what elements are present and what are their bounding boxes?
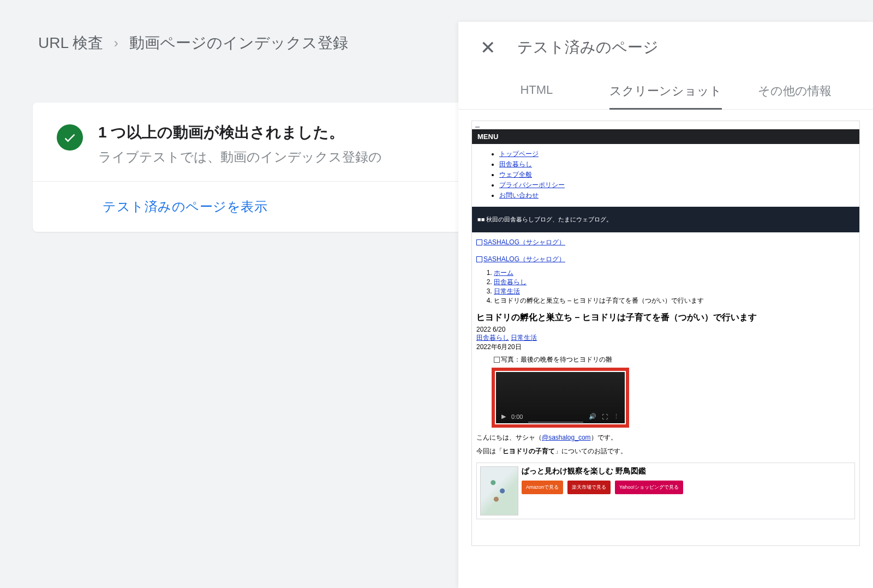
preview-nav-link[interactable]: プライバシーポリシー	[499, 181, 565, 189]
preview-nav-list: トップページ 田舎暮らし ウェブ全般 プライバシーポリシー お問い合わせ	[472, 144, 859, 207]
breadcrumb-item-inspect[interactable]: URL 検査	[38, 33, 103, 53]
buy-yahoo-button[interactable]: Yahoo!ショッピングで見る	[615, 481, 683, 494]
image-placeholder-icon	[476, 256, 482, 262]
preview-nav-link[interactable]: 田舎暮らし	[499, 160, 532, 168]
preview-crumb-link[interactable]: ホーム	[494, 269, 513, 277]
page-screenshot-preview: MENU トップページ 田舎暮らし ウェブ全般 プライバシーポリシー お問い合わ…	[471, 121, 860, 546]
more-icon[interactable]: ⋮	[613, 413, 619, 420]
preview-article-title: ヒヨドリの孵化と巣立ち – ヒヨドリは子育てを番（つがい）で行います	[472, 308, 859, 326]
tested-page-panel: ✕ テスト済みのページ HTML スクリーンショット その他の情報 MENU ト…	[458, 22, 873, 588]
volume-icon[interactable]: 🔊	[589, 413, 596, 420]
checkmark-icon	[57, 124, 83, 151]
preview-site-link[interactable]: SASHALOG（サシャログ）	[476, 255, 565, 264]
preview-intro-text: こんにちは、サシャ（	[476, 434, 542, 441]
book-cover-icon	[480, 466, 518, 515]
preview-category-link[interactable]: 日常生活	[511, 334, 537, 341]
preview-menu-bar: MENU	[472, 129, 859, 144]
tab-other-info[interactable]: その他の情報	[733, 73, 857, 109]
status-title: 1 つ以上の動画が検出されました。	[98, 122, 382, 143]
buy-amazon-button[interactable]: Amazonで見る	[522, 481, 563, 494]
preview-date-full: 2022年6月20日	[472, 343, 859, 352]
close-icon[interactable]: ✕	[480, 38, 495, 57]
play-icon[interactable]: ▶	[501, 413, 506, 420]
preview-author-link[interactable]: @sashalog_com	[542, 434, 591, 441]
preview-crumb-link[interactable]: 田舎暮らし	[494, 278, 527, 286]
preview-nav-link[interactable]: トップページ	[499, 150, 539, 158]
video-progress-bar[interactable]	[528, 422, 583, 423]
preview-product-card: ぱっと見わけ観察を楽しむ 野鳥図鑑 Amazonで見る 楽天市場で見る Yaho…	[476, 463, 855, 519]
buy-rakuten-button[interactable]: 楽天市場で見る	[567, 481, 611, 494]
status-subtitle: ライブテストでは、動画のインデックス登録の	[98, 148, 382, 166]
view-tested-page-link[interactable]: テスト済みのページを表示	[103, 199, 267, 214]
chevron-right-icon: ›	[114, 35, 118, 51]
preview-menu-small	[475, 127, 480, 128]
image-placeholder-icon	[476, 239, 482, 245]
preview-date-short: 2022 6/20	[472, 326, 859, 333]
preview-site-link[interactable]: SASHALOG（サシャログ）	[476, 238, 565, 247]
tab-html[interactable]: HTML	[475, 73, 599, 109]
preview-banner: ■■ 秋田の田舎暮らしブログ、たまにウェブログ。	[472, 207, 859, 232]
preview-nav-link[interactable]: ウェブ全般	[499, 171, 532, 178]
preview-nav-link[interactable]: お問い合わせ	[499, 191, 539, 199]
video-highlight-box: ▶ 0:00 🔊 ⛶ ⋮	[492, 368, 629, 428]
preview-book-title: ぱっと見わけ観察を楽しむ 野鳥図鑑	[522, 466, 851, 476]
breadcrumb-item-video-index[interactable]: 動画ページのインデックス登録	[129, 33, 348, 53]
preview-category-link[interactable]: 田舎暮らし	[476, 334, 509, 341]
preview-breadcrumb-list: ホーム 田舎暮らし 日常生活 ヒヨドリの孵化と巣立ち – ヒヨドリは子育てを番（…	[472, 266, 859, 308]
preview-topic-bold: ヒヨドリの子育て	[503, 447, 555, 455]
fullscreen-icon[interactable]: ⛶	[602, 413, 608, 420]
preview-crumb-link[interactable]: 日常生活	[494, 287, 520, 295]
image-placeholder-icon	[494, 357, 500, 363]
video-player[interactable]: ▶ 0:00 🔊 ⛶ ⋮	[496, 372, 625, 423]
panel-tabs: HTML スクリーンショット その他の情報	[458, 63, 873, 110]
panel-title: テスト済みのページ	[517, 37, 659, 58]
video-time-label: 0:00	[511, 413, 523, 420]
tab-screenshot[interactable]: スクリーンショット	[604, 73, 728, 109]
preview-crumb-current: ヒヨドリの孵化と巣立ち – ヒヨドリは子育てを番（つがい）で行います	[494, 296, 854, 305]
preview-photo-caption: 写真：最後の晩餐を待つヒヨドリの雛	[501, 356, 612, 363]
